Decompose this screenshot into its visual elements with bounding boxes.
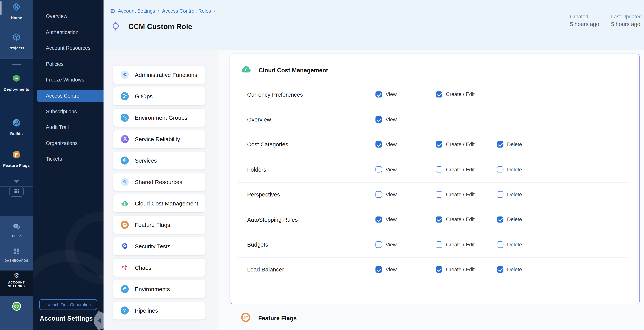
help-chat-icon: ? bbox=[12, 223, 21, 233]
view-checkbox[interactable] bbox=[376, 141, 382, 147]
checkbox-label: View bbox=[386, 192, 397, 198]
category-chaos[interactable]: Chaos bbox=[113, 258, 206, 277]
create-edit-checkbox[interactable] bbox=[436, 191, 442, 198]
create-edit-checkbox[interactable] bbox=[436, 266, 442, 273]
delete-permission[interactable]: Delete bbox=[497, 166, 522, 173]
create-edit-permission[interactable]: Create / Edit bbox=[436, 266, 474, 273]
nav-item-freeze-windows[interactable]: Freeze Windows bbox=[33, 72, 104, 88]
checkbox-label: View bbox=[386, 116, 397, 122]
nav-item-access-control[interactable]: Access Control bbox=[37, 90, 104, 102]
category-administrative-functions[interactable]: ⚙ Administrative Functions bbox=[113, 66, 206, 84]
nav-item-tickets[interactable]: Tickets bbox=[33, 151, 104, 167]
sidebar-item-builds[interactable]: Builds bbox=[0, 118, 33, 136]
permission-row-cost-categories: Cost Categories View Create / Edit Delet… bbox=[230, 132, 640, 157]
category-cloud-cost-management[interactable]: $ Cloud Cost Management bbox=[113, 194, 206, 212]
create-edit-permission[interactable]: Create / Edit bbox=[436, 216, 474, 223]
category-label: Feature Flags bbox=[135, 222, 170, 228]
view-permission[interactable]: View bbox=[376, 91, 397, 98]
category-service-reliability[interactable]: Service Reliability bbox=[113, 130, 206, 148]
category-label: Security Tests bbox=[135, 243, 170, 249]
view-checkbox[interactable] bbox=[376, 241, 382, 248]
nav-item-policies[interactable]: Policies bbox=[33, 56, 104, 72]
chevron-down-icon[interactable] bbox=[13, 180, 20, 183]
view-permission[interactable]: View bbox=[376, 141, 397, 147]
delete-permission[interactable]: Delete bbox=[497, 266, 522, 273]
shield-search-icon bbox=[121, 242, 129, 250]
view-permission[interactable]: View bbox=[376, 166, 397, 173]
create-edit-permission[interactable]: Create / Edit bbox=[436, 141, 474, 147]
delete-checkbox[interactable] bbox=[497, 191, 503, 198]
category-gitops[interactable]: GitOps bbox=[113, 87, 206, 105]
delete-checkbox[interactable] bbox=[497, 141, 503, 147]
create-edit-checkbox[interactable] bbox=[436, 91, 442, 98]
delete-permission[interactable]: Delete bbox=[497, 141, 522, 147]
sidebar-item-help[interactable]: ? HELP bbox=[0, 223, 33, 239]
create-edit-permission[interactable]: Create / Edit bbox=[436, 91, 474, 98]
sidebar-item-projects[interactable]: Projects bbox=[0, 32, 33, 50]
delete-checkbox[interactable] bbox=[497, 216, 503, 223]
nav-item-organizations[interactable]: Organizations bbox=[33, 135, 104, 151]
create-edit-checkbox[interactable] bbox=[436, 216, 442, 223]
chaos-pinwheel-icon bbox=[121, 264, 129, 272]
settings-gear-icon: ⚙ bbox=[110, 8, 115, 14]
view-permission[interactable]: View bbox=[376, 241, 397, 248]
category-security-tests[interactable]: Security Tests bbox=[113, 237, 206, 255]
create-edit-permission[interactable]: Create / Edit bbox=[436, 241, 474, 248]
launch-first-generation-button[interactable]: Launch First Generation bbox=[39, 299, 97, 310]
delete-checkbox[interactable] bbox=[497, 266, 503, 273]
content-area: ⚙ Administrative Functions GitOps Enviro… bbox=[104, 50, 644, 330]
nav-item-account-resources[interactable]: Account Resources bbox=[33, 40, 104, 56]
delete-permission[interactable]: Delete bbox=[497, 216, 522, 223]
permission-row-currency-preferences: Currency Preferences View Create / Edit bbox=[230, 82, 640, 107]
create-edit-permission[interactable]: Create / Edit bbox=[436, 166, 474, 173]
delete-checkbox[interactable] bbox=[497, 241, 503, 248]
sidebar-item-dashboards[interactable]: DASHBOARDS bbox=[0, 247, 33, 263]
view-checkbox[interactable] bbox=[376, 116, 382, 123]
created-value: 5 hours ago bbox=[570, 21, 599, 27]
view-checkbox[interactable] bbox=[376, 166, 382, 173]
permission-category-list: ⚙ Administrative Functions GitOps Enviro… bbox=[104, 50, 218, 323]
category-services[interactable]: Services bbox=[113, 151, 206, 170]
create-edit-permission[interactable]: Create / Edit bbox=[436, 191, 474, 198]
view-checkbox[interactable] bbox=[376, 216, 382, 223]
category-environments[interactable]: Environments bbox=[113, 280, 206, 298]
category-shared-resources[interactable]: Shared Resources bbox=[113, 173, 206, 191]
category-label: Cloud Cost Management bbox=[135, 200, 198, 207]
breadcrumb-account-settings[interactable]: Account Settings bbox=[118, 8, 155, 14]
sidebar-item-account-settings[interactable]: ⚙ ACCOUNT SETTINGS bbox=[0, 272, 33, 289]
category-pipelines[interactable]: Pipelines bbox=[113, 301, 206, 319]
view-permission[interactable]: View bbox=[376, 216, 397, 223]
sidebar-item-feature-flags[interactable]: Feature Flags bbox=[0, 149, 33, 168]
nav-item-audit-trail[interactable]: Audit Trail bbox=[33, 119, 104, 135]
delete-permission[interactable]: Delete bbox=[497, 191, 522, 198]
create-edit-checkbox[interactable] bbox=[436, 166, 442, 173]
sidebar-item-deployments[interactable]: ∞ Deployments bbox=[0, 73, 33, 91]
category-environment-groups[interactable]: Environment Groups bbox=[113, 108, 206, 127]
breadcrumb-access-control-roles[interactable]: Access Control: Roles bbox=[162, 8, 211, 14]
sidebar-item-home[interactable]: Home bbox=[0, 2, 33, 20]
checkbox-label: View bbox=[386, 242, 397, 247]
view-permission[interactable]: View bbox=[376, 116, 397, 123]
delete-checkbox[interactable] bbox=[497, 166, 503, 173]
breadcrumb: ⚙ Account Settings › Access Control: Rol… bbox=[110, 8, 215, 14]
collapse-nav-arrow-icon[interactable] bbox=[98, 318, 101, 323]
permission-row-perspectives: Perspectives View Create / Edit Delete bbox=[230, 182, 640, 207]
view-permission[interactable]: View bbox=[376, 266, 397, 273]
nav-item-subscriptions[interactable]: Subscriptions bbox=[33, 103, 104, 119]
category-feature-flags[interactable]: Feature Flags bbox=[113, 216, 206, 234]
nav-item-authentication[interactable]: Authentication bbox=[33, 24, 104, 40]
view-checkbox[interactable] bbox=[376, 191, 382, 198]
view-checkbox[interactable] bbox=[376, 91, 382, 98]
user-avatar[interactable]: CJ bbox=[12, 302, 21, 311]
sidebar-section-dash bbox=[12, 64, 21, 65]
view-checkbox[interactable] bbox=[376, 266, 382, 273]
create-edit-checkbox[interactable] bbox=[436, 141, 442, 147]
module-picker-button[interactable] bbox=[9, 187, 24, 197]
create-edit-checkbox[interactable] bbox=[436, 241, 442, 248]
delete-permission[interactable]: Delete bbox=[497, 241, 522, 248]
category-label: GitOps bbox=[135, 93, 152, 99]
checkbox-label: Create / Edit bbox=[446, 141, 474, 147]
nav-item-overview[interactable]: Overview bbox=[33, 9, 104, 24]
sidebar-item-label: Home bbox=[11, 15, 22, 20]
view-permission[interactable]: View bbox=[376, 191, 397, 198]
